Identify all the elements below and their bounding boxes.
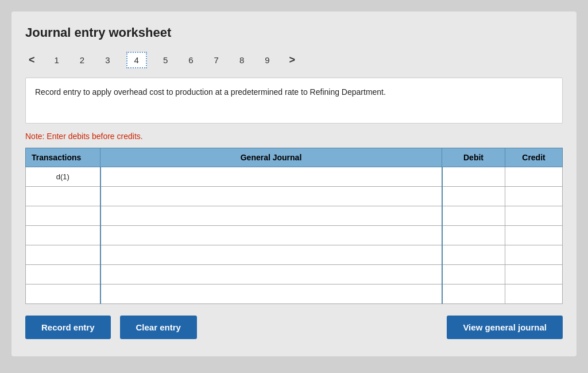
general-journal-cell[interactable] bbox=[100, 265, 442, 284]
general-journal-cell[interactable] bbox=[100, 167, 442, 187]
credit-cell[interactable] bbox=[505, 265, 563, 284]
table-row bbox=[26, 226, 563, 245]
prev-arrow[interactable]: < bbox=[25, 53, 38, 67]
debit-cell[interactable] bbox=[442, 245, 505, 265]
credit-cell[interactable] bbox=[505, 206, 563, 226]
credit-cell[interactable] bbox=[505, 226, 563, 245]
page-title: Journal entry worksheet bbox=[25, 25, 563, 40]
tab-3[interactable]: 3 bbox=[100, 53, 114, 67]
description-text: Record entry to apply overhead cost to p… bbox=[35, 87, 386, 97]
buttons-row: Record entry Clear entry View general jo… bbox=[25, 316, 563, 339]
col-header-credit: Credit bbox=[505, 148, 563, 167]
tab-4[interactable]: 4 bbox=[126, 52, 147, 68]
tab-6[interactable]: 6 bbox=[184, 53, 198, 67]
transaction-cell bbox=[26, 206, 100, 226]
col-header-debit: Debit bbox=[442, 148, 505, 167]
debit-cell[interactable] bbox=[442, 187, 505, 206]
credit-cell[interactable] bbox=[505, 187, 563, 206]
general-journal-cell[interactable] bbox=[100, 226, 442, 245]
tab-5[interactable]: 5 bbox=[158, 53, 172, 67]
debit-cell[interactable] bbox=[442, 206, 505, 226]
credit-cell[interactable] bbox=[505, 245, 563, 265]
tab-7[interactable]: 7 bbox=[210, 53, 223, 67]
general-journal-cell[interactable] bbox=[100, 206, 442, 226]
general-journal-cell[interactable] bbox=[100, 187, 442, 206]
view-general-journal-button[interactable]: View general journal bbox=[447, 316, 563, 339]
tab-2[interactable]: 2 bbox=[75, 53, 89, 67]
clear-entry-button[interactable]: Clear entry bbox=[120, 316, 197, 339]
tab-9[interactable]: 9 bbox=[260, 53, 274, 67]
table-row bbox=[26, 265, 563, 284]
table-row bbox=[26, 206, 563, 226]
table-row bbox=[26, 284, 563, 304]
next-arrow[interactable]: > bbox=[286, 53, 299, 67]
debit-cell[interactable] bbox=[442, 265, 505, 284]
table-row: d(1) bbox=[26, 167, 563, 187]
debit-cell[interactable] bbox=[442, 284, 505, 304]
credit-cell[interactable] bbox=[505, 284, 563, 304]
transaction-cell: d(1) bbox=[26, 167, 100, 187]
transaction-cell bbox=[26, 226, 100, 245]
tab-8[interactable]: 8 bbox=[235, 53, 249, 67]
debit-cell[interactable] bbox=[442, 167, 505, 187]
journal-table: Transactions General Journal Debit Credi… bbox=[25, 148, 563, 304]
description-box: Record entry to apply overhead cost to p… bbox=[25, 78, 563, 124]
col-header-general-journal: General Journal bbox=[100, 148, 442, 167]
transaction-cell bbox=[26, 284, 100, 304]
tab-1[interactable]: 1 bbox=[50, 53, 64, 67]
table-row bbox=[26, 245, 563, 265]
col-header-transactions: Transactions bbox=[26, 148, 100, 167]
general-journal-cell[interactable] bbox=[100, 284, 442, 304]
transaction-cell bbox=[26, 245, 100, 265]
credit-cell[interactable] bbox=[505, 167, 563, 187]
record-entry-button[interactable]: Record entry bbox=[25, 316, 111, 339]
debit-cell[interactable] bbox=[442, 226, 505, 245]
table-row bbox=[26, 187, 563, 206]
transaction-cell bbox=[26, 187, 100, 206]
general-journal-cell[interactable] bbox=[100, 245, 442, 265]
main-container: Journal entry worksheet < 1 2 3 4 5 6 7 … bbox=[11, 11, 577, 356]
note-text: Note: Enter debits before credits. bbox=[25, 132, 563, 141]
tab-navigation: < 1 2 3 4 5 6 7 8 9 > bbox=[25, 52, 563, 68]
transaction-cell bbox=[26, 265, 100, 284]
